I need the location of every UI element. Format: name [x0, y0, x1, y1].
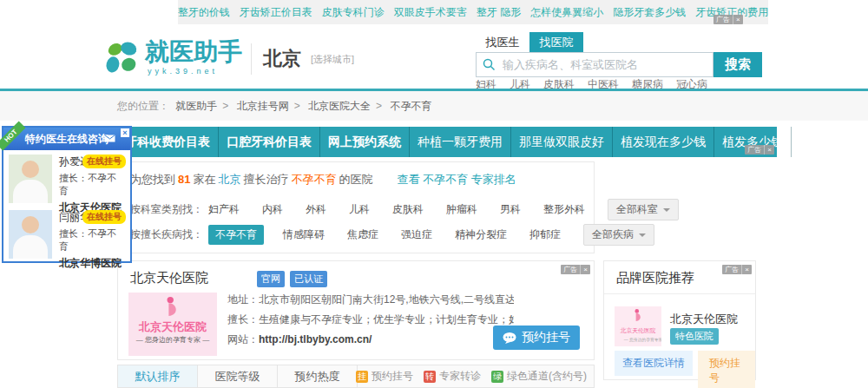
online-booking-badge[interactable]: 在线挂号 — [82, 210, 126, 224]
ad-navbar: 牙科收费价目表 口腔牙科价目表 网上预约系统 种植一颗牙费用 那里做双眼皮好 植… — [117, 127, 777, 157]
all-departments-dropdown[interactable]: 全部科室 — [608, 199, 679, 220]
hospital-name-link[interactable]: 北京天伦医院 — [130, 270, 208, 286]
filter-item[interactable]: 皮肤科 — [392, 202, 424, 217]
sort-tab-grade[interactable]: 医院等级 — [198, 365, 278, 387]
filter-item-selected[interactable]: 不孕不育 — [208, 225, 264, 245]
search-button[interactable]: 搜索 — [713, 52, 762, 77]
filter-item[interactable]: 儿科 — [349, 202, 370, 217]
site-domain: yyk.39.net — [145, 67, 242, 76]
current-city: 北京 — [263, 46, 301, 72]
filter-item[interactable]: 外科 — [306, 202, 326, 217]
sort-bar: 默认排序 医院等级 预约热度 挂预约挂号 转专家转诊 绿绿色通道(含约号) — [117, 365, 595, 388]
site-title: 就医助手 — [145, 39, 242, 65]
online-booking-badge[interactable]: 在线挂号 — [82, 155, 126, 168]
nav-item[interactable]: 植发现在多少钱 — [613, 127, 714, 157]
topbar-link[interactable]: 整牙 隐形 — [477, 5, 521, 20]
result-text: 为您找到 — [130, 173, 175, 186]
address-value: 北京市朝阳区朝阳门南大街12号,地铁六号线,二号线直达 — [259, 293, 514, 306]
breadcrumb-separator: > — [294, 100, 300, 112]
certified-badge: 已认证 — [290, 271, 327, 287]
legend-label: 专家转诊 — [439, 369, 481, 384]
result-city: 北京 — [218, 173, 240, 186]
hospital-name-link[interactable]: 北京天伦医院 — [670, 312, 738, 327]
dropdown-label: 全部科室 — [616, 202, 658, 217]
filter-item[interactable]: 焦虑症 — [347, 227, 378, 242]
doctor-photo — [9, 155, 52, 203]
nav-item[interactable]: 牙科收费价目表 — [117, 127, 219, 157]
popup-title: 特约医生在线咨询 — [25, 133, 108, 145]
breadcrumb-link[interactable]: 就医助手 — [175, 100, 217, 112]
hospital-logo[interactable]: 北京天伦医院 — 您身边的孕育专家 — — [615, 306, 661, 346]
dropdown-label: 全部疾病 — [592, 227, 634, 242]
topbar-link[interactable]: 双眼皮手术要害 — [394, 5, 467, 20]
official-site-badge: 官网 — [257, 271, 285, 287]
logo-flower-icon — [102, 39, 141, 77]
ad-badge[interactable]: 广告× — [722, 265, 752, 274]
filter-item[interactable]: 内科 — [262, 202, 283, 217]
close-icon[interactable]: × — [121, 128, 129, 137]
page: 整牙的价钱 牙齿矫正价目表 皮肤专科门诊 双眼皮手术要害 整牙 隐形 怎样使鼻翼… — [0, 0, 868, 388]
filter-item[interactable]: 抑郁症 — [529, 227, 561, 242]
expert-ranking-link[interactable]: 查看 不孕不育 专家排名 — [397, 173, 516, 186]
ad-close-icon[interactable]: × — [580, 265, 590, 274]
address-label: 地址： — [227, 293, 259, 306]
specialty-value: 生殖健康与不孕症专业；优生学专业；计划生育专业；妇女保健科等 — [259, 313, 514, 326]
filter-item[interactable]: 精神分裂症 — [455, 227, 507, 242]
ad-label: 广告 — [561, 265, 580, 274]
hospital-logo-name: 北京天伦医院 — [618, 326, 658, 334]
hospital-badges: 官网 已认证 — [257, 271, 327, 287]
filter-item[interactable]: 强迫症 — [401, 227, 432, 242]
tab-find-doctor[interactable]: 找医生 — [476, 32, 529, 52]
topbar-link[interactable]: 皮肤专科门诊 — [322, 5, 385, 20]
ad-badge[interactable]: 广告× — [713, 15, 743, 24]
doctor-item[interactable]: 在线挂号 闫丽华 擅长：不孕不育 北京华博医院 — [3, 206, 130, 261]
city-select-link[interactable]: [选择城市] — [311, 53, 354, 66]
sort-tab-popularity[interactable]: 预约热度 — [278, 365, 358, 387]
filter-item[interactable]: 男科 — [500, 202, 521, 217]
legend-label: 预约挂号 — [372, 369, 413, 384]
ad-close-icon[interactable]: × — [764, 145, 774, 155]
result-text: 家在 — [193, 173, 215, 186]
nav-item[interactable]: 那里做双眼皮好 — [511, 127, 613, 157]
site-logo[interactable]: 就医助手 yyk.39.net — [102, 39, 242, 77]
hospital-logo-name: 北京天伦医院 — [128, 321, 217, 333]
topbar-link[interactable]: 牙齿矫正价目表 — [240, 5, 312, 20]
sort-tab-default[interactable]: 默认排序 — [118, 365, 198, 387]
ad-close-icon[interactable]: × — [741, 265, 752, 274]
filter-item[interactable]: 肿瘤科 — [446, 202, 477, 217]
ad-label: 广告 — [745, 145, 764, 155]
topbar-link[interactable]: 整牙的价钱 — [178, 5, 230, 20]
doctor-item[interactable]: 在线挂号 孙爱达 擅长：不孕不育 北京天伦医院 — [3, 150, 130, 206]
search-input[interactable] — [476, 52, 713, 77]
filter-item[interactable]: 情感障碍 — [283, 227, 325, 242]
website-link[interactable]: http://bj.tlbyby.com.cn/ — [259, 333, 372, 345]
book-appointment-button[interactable]: 预约挂号 — [493, 326, 580, 350]
breadcrumb: 您的位置： 就医助手> 北京挂号网> 北京医院大全> 不孕不育 — [0, 91, 868, 121]
search-tabs: 找医生 找医院 — [476, 32, 583, 52]
topbar: 整牙的价钱 牙齿矫正价目表 皮肤专科门诊 双眼皮手术要害 整牙 隐形 怎样使鼻翼… — [178, 0, 768, 24]
filter-label: 按擅长疾病找： — [130, 227, 203, 242]
topbar-link[interactable]: 怎样使鼻翼缩小 — [530, 5, 603, 20]
breadcrumb-link[interactable]: 北京医院大全 — [308, 100, 371, 112]
breadcrumb-current: 不孕不育 — [390, 100, 431, 112]
hospital-website: 网站：http://bj.tlbyby.com.cn/ — [227, 330, 514, 350]
nav-item[interactable]: 口腔牙科价目表 — [219, 127, 320, 157]
nav-item[interactable]: 种植一颗牙费用 — [410, 127, 511, 157]
filter-item[interactable]: 妇产科 — [208, 202, 240, 217]
doctor-consult-popup: HOT 特约医生在线咨询 × 在线挂号 孙爱达 擅长：不孕不育 北京天伦医院 在… — [2, 126, 132, 263]
ad-close-icon[interactable]: × — [733, 15, 743, 24]
nav-item[interactable]: 网上预约系统 — [320, 127, 410, 157]
topbar-link[interactable]: 隐形牙套多少钱 — [613, 5, 686, 20]
filter-row-disease: 按擅长疾病找： 不孕不育 情感障碍 焦虑症 强迫症 精神分裂症 抑郁症 全部疾病 — [130, 224, 654, 246]
hospital-logo-tagline: — 您身边的孕育专家 — — [624, 337, 652, 343]
hospital-detail-button[interactable]: 查看医院详情 — [615, 351, 693, 376]
book-appointment-button[interactable]: 预约挂号 — [698, 351, 755, 388]
ad-badge[interactable]: 广告× — [561, 265, 590, 274]
filter-item[interactable]: 整形外科 — [543, 202, 585, 217]
tab-find-hospital[interactable]: 找医院 — [529, 32, 583, 52]
breadcrumb-link[interactable]: 北京挂号网 — [237, 100, 289, 112]
hospital-logo[interactable]: 北京天伦医院 — 您身边的孕育专家 — — [128, 293, 217, 356]
ad-badge[interactable]: 广告× — [745, 145, 774, 155]
ad-label: 广告 — [713, 15, 733, 24]
all-diseases-dropdown[interactable]: 全部疾病 — [583, 224, 654, 246]
